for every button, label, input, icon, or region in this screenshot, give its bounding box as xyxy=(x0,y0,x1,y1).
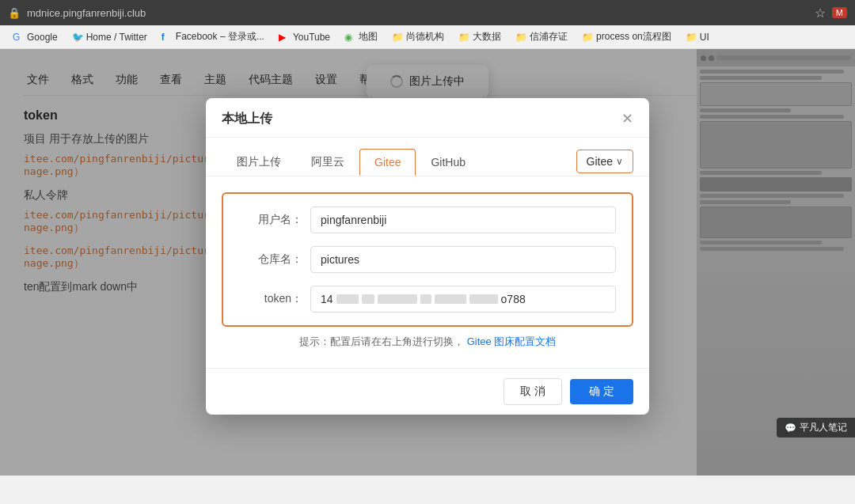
folder4-icon: 📁 xyxy=(582,32,593,43)
twitter-icon: 🐦 xyxy=(72,32,83,43)
gitee-dropdown-label: Gitee xyxy=(587,155,613,168)
token-segment3 xyxy=(378,294,417,304)
token-suffix: o788 xyxy=(501,293,526,305)
token-label: token： xyxy=(239,292,302,306)
bookmark-youtube[interactable]: ▶ YouTube xyxy=(272,30,336,44)
bookmark-folder3-label: 信浦存证 xyxy=(530,30,568,44)
bookmark-folder5-label: UI xyxy=(700,32,709,43)
modal-header: 本地上传 ✕ xyxy=(206,98,649,138)
modal-close-button[interactable]: ✕ xyxy=(621,112,633,126)
folder1-icon: 📁 xyxy=(392,32,403,43)
bookmark-facebook[interactable]: f Facebook – 登录或... xyxy=(155,28,271,45)
repo-input[interactable] xyxy=(310,246,616,273)
bookmark-youtube-label: YouTube xyxy=(293,32,330,43)
tab-aliyun[interactable]: 阿里云 xyxy=(296,148,359,176)
cancel-button[interactable]: 取 消 xyxy=(504,378,562,405)
bookmark-folder4-label: process on流程图 xyxy=(596,30,671,44)
folder3-icon: 📁 xyxy=(515,32,526,43)
hint-row: 提示：配置后请在右上角进行切换， Gitee 图床配置文档 xyxy=(222,327,633,352)
hint-link[interactable]: Gitee 图床配置文档 xyxy=(467,335,557,349)
modal-tabs: 图片上传 阿里云 Gitee GitHub Gitee ∨ xyxy=(206,138,649,176)
bookmarks-bar: G Google 🐦 Home / Twitter f Facebook – 登… xyxy=(0,25,855,49)
bookmark-folder2-label: 大数据 xyxy=(473,30,501,44)
folder2-icon: 📁 xyxy=(458,32,469,43)
google-icon: G xyxy=(13,32,24,43)
bookmark-maps-label: 地图 xyxy=(359,30,378,44)
modal-body: 用户名： 仓库名： token： 14 xyxy=(206,176,649,368)
bookmark-twitter-label: Home / Twitter xyxy=(86,32,147,43)
upload-modal: 本地上传 ✕ 图片上传 阿里云 Gitee GitHub Gitee ∨ xyxy=(206,98,649,415)
confirm-button-label: 确 定 xyxy=(589,385,614,399)
bookmark-maps[interactable]: ◉ 地图 xyxy=(338,28,384,45)
bookmark-folder1[interactable]: 📁 尚德机构 xyxy=(386,28,450,45)
bookmark-star-icon[interactable]: ☆ xyxy=(815,6,826,21)
username-input[interactable] xyxy=(310,207,616,233)
youtube-icon: ▶ xyxy=(279,32,290,43)
chevron-down-icon: ∨ xyxy=(616,156,623,167)
bookmark-twitter[interactable]: 🐦 Home / Twitter xyxy=(66,30,154,44)
wechat-watermark: 💬 平凡人笔记 xyxy=(777,418,855,438)
username-row: 用户名： xyxy=(239,207,616,233)
browser-title: mdnice.pingfanrenbiji.club xyxy=(27,7,146,19)
folder5-icon: 📁 xyxy=(686,32,697,43)
confirm-button[interactable]: 确 定 xyxy=(570,379,633,404)
token-segment4 xyxy=(420,294,431,304)
repo-row: 仓库名： xyxy=(239,246,616,273)
modal-title: 本地上传 xyxy=(222,111,272,127)
facebook-icon: f xyxy=(162,32,173,43)
wechat-icon: 💬 xyxy=(785,423,796,434)
token-segment5 xyxy=(435,294,466,304)
bookmark-folder3[interactable]: 📁 信浦存证 xyxy=(509,28,574,45)
bookmark-folder1-label: 尚德机构 xyxy=(406,30,444,44)
token-segment6 xyxy=(469,294,498,304)
gitee-dropdown-area[interactable]: Gitee ∨ xyxy=(576,150,633,173)
form-box: 用户名： 仓库名： token： 14 xyxy=(222,192,633,327)
bookmark-google[interactable]: G Google xyxy=(6,30,64,44)
token-prefix: 14 xyxy=(321,293,333,305)
bookmark-folder2[interactable]: 📁 大数据 xyxy=(452,28,507,45)
browser-titlebar: 🔒 mdnice.pingfanrenbiji.club ☆ M xyxy=(0,0,855,25)
token-segment1 xyxy=(336,294,359,304)
repo-label: 仓库名： xyxy=(239,252,302,267)
watermark-text: 平凡人笔记 xyxy=(800,421,847,434)
bookmark-folder5[interactable]: 📁 UI xyxy=(679,30,716,44)
tab-gitee[interactable]: Gitee xyxy=(359,149,416,176)
security-badge: 🔒 xyxy=(8,7,21,19)
token-segment2 xyxy=(362,294,374,304)
token-display[interactable]: 14 o788 xyxy=(310,286,616,313)
username-label: 用户名： xyxy=(239,213,302,227)
maps-icon: ◉ xyxy=(344,32,355,43)
token-row: token： 14 o788 xyxy=(239,286,616,313)
tab-github[interactable]: GitHub xyxy=(416,149,481,176)
bookmark-folder4[interactable]: 📁 process on流程图 xyxy=(576,28,678,45)
app-area: 文件 格式 功能 查看 主题 代码主题 设置 帮助 教程 token 项目 用于… xyxy=(0,49,855,476)
hint-text: 提示：配置后请在右上角进行切换， xyxy=(299,335,464,349)
bookmark-google-label: Google xyxy=(27,32,58,43)
extension-badge[interactable]: M xyxy=(832,7,847,18)
modal-footer: 取 消 确 定 xyxy=(206,368,649,415)
bookmark-facebook-label: Facebook – 登录或... xyxy=(176,30,264,44)
tab-image-upload[interactable]: 图片上传 xyxy=(222,148,296,176)
gitee-dropdown-button[interactable]: Gitee ∨ xyxy=(576,150,633,173)
